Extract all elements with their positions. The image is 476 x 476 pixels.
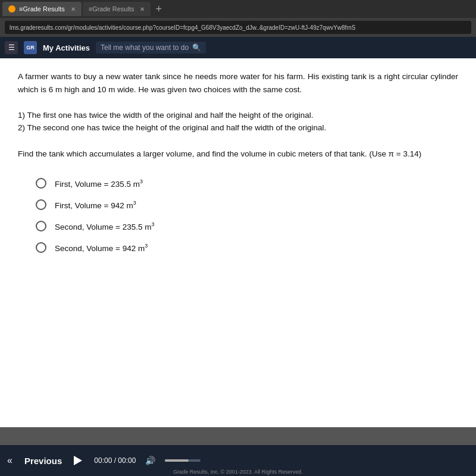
menu-icon-symbol: ☰ [8, 43, 15, 52]
footer-credits: Grade Results, Inc. © 2001-2023. All Rig… [173, 469, 303, 476]
tab-inactive-label: ≡Grade Results [89, 5, 134, 12]
tab-active[interactable]: ≡Grade Results ✕ [2, 2, 82, 16]
answer-option-1[interactable]: First, Volume = 235.5 m3 [36, 178, 440, 189]
radio-a2[interactable] [36, 199, 46, 210]
app-logo: GR [24, 41, 37, 54]
question-option2: 2) The second one has twice the height o… [18, 123, 326, 132]
page-wrapper: ≡Grade Results ✕ ≡Grade Results ✕ + ☰ GR… [0, 0, 476, 476]
app-navbar: ☰ GR My Activities Tell me what you want… [0, 37, 476, 58]
my-activities-link[interactable]: My Activities [43, 43, 90, 52]
radio-a1[interactable] [36, 178, 46, 189]
answer-option-3[interactable]: Second, Volume = 235.5 m3 [36, 221, 440, 231]
browser-addressbar [0, 18, 476, 37]
question-option1: 1) The first one has twice the width of … [18, 111, 314, 120]
new-tab-button[interactable]: + [155, 3, 162, 15]
play-button[interactable] [71, 454, 84, 467]
question-instruction: Find the tank which accumulates a larger… [18, 149, 421, 158]
browser-tabs: ≡Grade Results ✕ ≡Grade Results ✕ + [0, 0, 476, 18]
answer-options: First, Volume = 235.5 m3 First, Volume =… [18, 172, 458, 259]
volume-fill [165, 459, 189, 462]
search-placeholder-text: Tell me what you want to do [101, 43, 189, 52]
answer-label-a3: Second, Volume = 235.5 m3 [55, 221, 155, 231]
volume-bar[interactable] [165, 459, 201, 462]
question-body: A farmer wants to buy a new water tank s… [18, 70, 458, 160]
app-logo-text: GR [26, 45, 35, 51]
tab-inactive[interactable]: ≡Grade Results ✕ [83, 2, 151, 16]
search-icon: 🔍 [192, 43, 201, 52]
question-paragraph1: A farmer wants to buy a new water tank s… [18, 72, 458, 94]
tab-favicon-active [8, 5, 15, 12]
play-triangle-icon [74, 456, 82, 465]
search-bar[interactable]: Tell me what you want to do 🔍 [96, 42, 206, 54]
radio-a4[interactable] [36, 242, 46, 253]
answer-option-2[interactable]: First, Volume = 942 m3 [36, 199, 440, 210]
menu-icon[interactable]: ☰ [5, 41, 18, 54]
browser-chrome: ≡Grade Results ✕ ≡Grade Results ✕ + [0, 0, 476, 37]
volume-icon[interactable]: 🔊 [145, 456, 155, 465]
answer-label-a2: First, Volume = 942 m3 [55, 200, 136, 210]
tab-close-inactive[interactable]: ✕ [140, 6, 145, 12]
tab-close-active[interactable]: ✕ [71, 6, 76, 12]
address-bar-input[interactable] [5, 21, 471, 34]
tab-active-label: ≡Grade Results [19, 5, 65, 12]
previous-button[interactable]: Previous [24, 456, 62, 466]
time-display: 00:00 / 00:00 [94, 456, 136, 465]
chevron-left-icon: « [7, 455, 12, 466]
main-content: A farmer wants to buy a new water tank s… [0, 58, 476, 427]
answer-option-4[interactable]: Second, Volume = 942 m3 [36, 242, 440, 253]
answer-label-a4: Second, Volume = 942 m3 [55, 243, 148, 253]
radio-a3[interactable] [36, 221, 46, 231]
answer-label-a1: First, Volume = 235.5 m3 [55, 178, 143, 189]
